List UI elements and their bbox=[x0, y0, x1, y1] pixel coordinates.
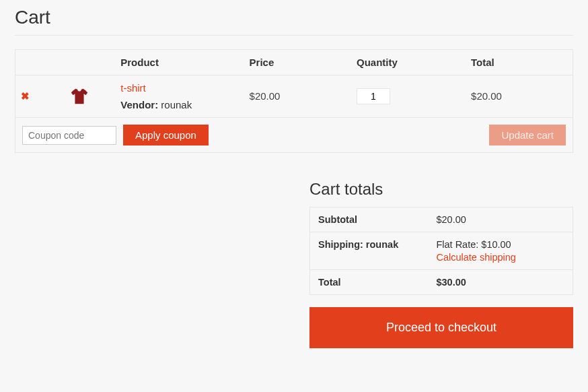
header-product: Product bbox=[115, 50, 244, 75]
remove-item-button[interactable]: ✖ bbox=[21, 90, 30, 102]
header-remove bbox=[15, 50, 44, 75]
cart-table: Product Price Quantity Total ✖ t-shirt V… bbox=[15, 49, 573, 153]
shipping-value: Flat Rate: $10.00 bbox=[436, 239, 564, 250]
subtotal-label: Subtotal bbox=[310, 207, 429, 232]
header-total: Total bbox=[466, 50, 573, 75]
cart-totals-table: Subtotal $20.00 Shipping: rounak Flat Ra… bbox=[309, 207, 573, 295]
update-cart-button[interactable]: Update cart bbox=[489, 125, 566, 145]
quantity-input[interactable] bbox=[357, 88, 390, 104]
total-value: $30.00 bbox=[428, 270, 573, 295]
apply-coupon-button[interactable]: Apply coupon bbox=[123, 125, 209, 145]
vendor-line: Vendor: rounak bbox=[120, 99, 238, 110]
page-title: Cart bbox=[15, 7, 573, 36]
shipping-label: Shipping: rounak bbox=[310, 232, 429, 270]
total-label: Total bbox=[310, 270, 429, 295]
subtotal-value: $20.00 bbox=[428, 207, 573, 232]
header-thumb bbox=[44, 50, 115, 75]
vendor-label: Vendor: bbox=[120, 99, 158, 110]
header-price: Price bbox=[244, 50, 351, 75]
coupon-input[interactable] bbox=[22, 126, 116, 145]
product-link[interactable]: t-shirt bbox=[120, 82, 146, 94]
proceed-to-checkout-button[interactable]: Proceed to checkout bbox=[309, 307, 573, 348]
calculate-shipping-link[interactable]: Calculate shipping bbox=[436, 252, 516, 263]
vendor-name: rounak bbox=[161, 99, 192, 110]
cart-totals-heading: Cart totals bbox=[309, 180, 573, 199]
product-thumbnail[interactable] bbox=[69, 86, 89, 106]
item-total: $20.00 bbox=[471, 90, 502, 102]
header-quantity: Quantity bbox=[351, 50, 466, 75]
cart-row: ✖ t-shirt Vendor: rounak $20.00 bbox=[15, 75, 573, 118]
item-price: $20.00 bbox=[250, 90, 281, 102]
